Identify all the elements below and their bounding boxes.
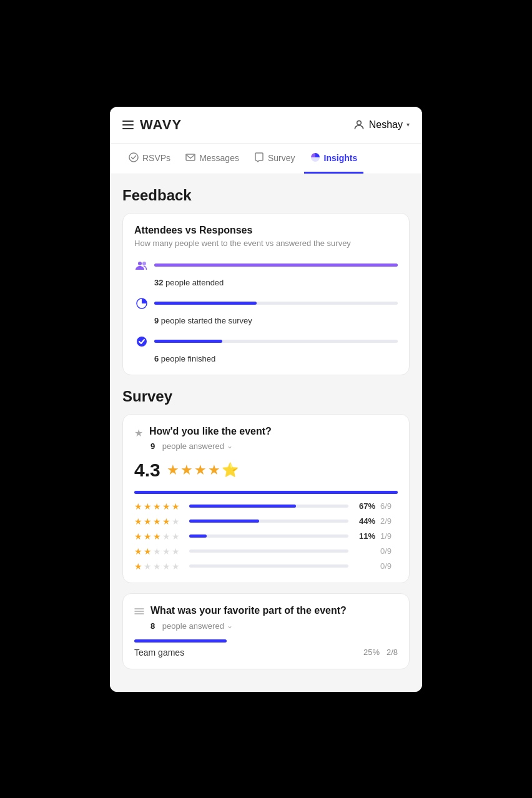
attended-label: 32 people attended xyxy=(154,278,398,287)
4-star-bar-bg xyxy=(189,520,348,523)
attended-icon-row xyxy=(134,258,398,273)
svg-point-7 xyxy=(137,337,147,347)
q2-answered-count: 8 xyxy=(150,621,155,631)
5-star-bar-fill xyxy=(189,505,296,508)
chevron-down-icon: ▾ xyxy=(406,121,410,128)
card-title: Attendees vs Responses xyxy=(134,225,398,236)
2-star-bar-bg xyxy=(189,549,348,553)
started-icon xyxy=(134,296,149,311)
4-star-count: 2/9 xyxy=(380,516,398,526)
svg-point-4 xyxy=(138,262,142,265)
rating-stars-display: ★ ★ ★ ★ ⭐ xyxy=(167,462,239,478)
survey-title: Survey xyxy=(122,388,410,405)
question-2-title: What was your favorite part of the event… xyxy=(150,605,347,616)
2-stars: ★★★★★ xyxy=(134,546,184,556)
5-star-count: 6/9 xyxy=(380,501,398,511)
stat-rows: 32 people attended xyxy=(134,258,398,363)
tab-messages-label: Messages xyxy=(199,153,239,163)
avg-rating: 4.3 xyxy=(134,460,160,481)
app-header: WAVY Neshay ▾ xyxy=(110,107,422,144)
started-icon-row xyxy=(134,296,398,311)
star-question-icon: ★ xyxy=(134,427,143,439)
4-star-pct: 44% xyxy=(353,516,375,526)
4-star-bar-fill xyxy=(189,520,259,523)
user-menu[interactable]: Neshay ▾ xyxy=(353,119,410,131)
4-stars: ★★★★★ xyxy=(134,516,184,526)
question-2-card: What was your favorite part of the event… xyxy=(122,593,410,669)
question-1-card: ★ How'd you like the event? 9 people ans… xyxy=(122,414,410,583)
1-stars: ★★★★★ xyxy=(134,561,184,571)
q2-answered-label: people answered xyxy=(162,621,224,631)
5-star-pct: 67% xyxy=(353,501,375,511)
people-icon xyxy=(134,258,149,273)
3-stars: ★★★★★ xyxy=(134,531,184,541)
rating-row-2: ★★★★★ 0/9 xyxy=(134,546,398,556)
q1-answered-label: people answered xyxy=(162,441,224,451)
star-1: ★ xyxy=(167,462,179,478)
3-star-bar-bg xyxy=(189,534,348,538)
rating-row-3: ★★★★★ 11% 1/9 xyxy=(134,531,398,541)
5-star-bar-bg xyxy=(189,505,348,508)
messages-icon xyxy=(185,152,195,164)
attended-stat: 32 people attended xyxy=(134,258,398,287)
attendees-vs-responses-card: Attendees vs Responses How many people w… xyxy=(122,213,410,375)
main-content: Feedback Attendees vs Responses How many… xyxy=(110,174,422,692)
header-left: WAVY xyxy=(122,117,182,133)
hamburger-icon[interactable] xyxy=(122,121,134,129)
tab-insights[interactable]: Insights xyxy=(304,144,364,174)
user-name: Neshay xyxy=(369,119,403,131)
svg-point-0 xyxy=(357,121,361,125)
rating-row-1: ★★★★★ 0/9 xyxy=(134,561,398,571)
star-2: ★ xyxy=(180,462,193,478)
2-star-count: 0/9 xyxy=(380,546,398,556)
team-games-bar xyxy=(134,639,227,643)
finished-stat: 6 people finished xyxy=(134,334,398,363)
started-label: 9 people started the survey xyxy=(154,316,398,325)
question-1-header: ★ How'd you like the event? xyxy=(134,426,398,439)
started-stat: 9 people started the survey xyxy=(134,296,398,325)
1-star-bar-bg xyxy=(189,564,348,568)
question-2-header: What was your favorite part of the event… xyxy=(134,605,398,619)
tab-rsvps[interactable]: RSVPs xyxy=(122,144,177,174)
card-subtitle: How many people went to the event vs ans… xyxy=(134,239,398,248)
1-star-count: 0/9 xyxy=(380,561,398,571)
summary-bar xyxy=(134,491,398,494)
3-star-count: 1/9 xyxy=(380,531,398,541)
star-3: ★ xyxy=(194,462,207,478)
question-1-title: How'd you like the event? xyxy=(149,426,272,437)
phone-frame: WAVY Neshay ▾ RSVPs xyxy=(110,107,422,692)
user-icon xyxy=(353,119,365,131)
collapse-icon-1[interactable]: ⌄ xyxy=(227,441,233,450)
rating-row-4: ★★★★★ 44% 2/9 xyxy=(134,516,398,526)
3-star-bar-fill xyxy=(189,534,207,538)
tab-messages[interactable]: Messages xyxy=(179,144,245,174)
finished-icon-row xyxy=(134,334,398,349)
rating-rows: ★★★★★ 67% 6/9 ★★★★★ 44% xyxy=(134,501,398,571)
rating-summary: 4.3 ★ ★ ★ ★ ⭐ xyxy=(134,460,398,481)
rsvps-icon xyxy=(129,152,139,164)
survey-icon xyxy=(254,152,264,164)
team-games-stats: 25% 2/8 xyxy=(363,648,398,657)
feedback-title: Feedback xyxy=(122,187,410,204)
tab-survey-label: Survey xyxy=(268,153,295,163)
list-question-icon xyxy=(134,606,144,619)
finished-icon xyxy=(134,334,149,349)
collapse-icon-2[interactable]: ⌄ xyxy=(227,621,233,630)
5-stars: ★★★★★ xyxy=(134,501,184,511)
tab-survey[interactable]: Survey xyxy=(248,144,302,174)
star-half: ⭐ xyxy=(222,462,239,478)
q1-answered-count: 9 xyxy=(150,441,155,451)
rating-row-5: ★★★★★ 67% 6/9 xyxy=(134,501,398,511)
app-logo: WAVY xyxy=(140,117,182,133)
star-4: ★ xyxy=(208,462,220,478)
nav-tabs: RSVPs Messages Survey xyxy=(110,144,422,174)
question-2-meta: 8 people answered ⌄ xyxy=(150,621,398,631)
svg-point-5 xyxy=(142,262,146,265)
tab-rsvps-label: RSVPs xyxy=(142,153,170,163)
team-games-label: Team games xyxy=(134,648,184,658)
3-star-pct: 11% xyxy=(353,531,375,541)
team-games-row: Team games 25% 2/8 xyxy=(134,648,398,658)
tab-insights-label: Insights xyxy=(324,153,358,163)
insights-icon xyxy=(310,152,320,164)
svg-point-1 xyxy=(129,153,138,162)
